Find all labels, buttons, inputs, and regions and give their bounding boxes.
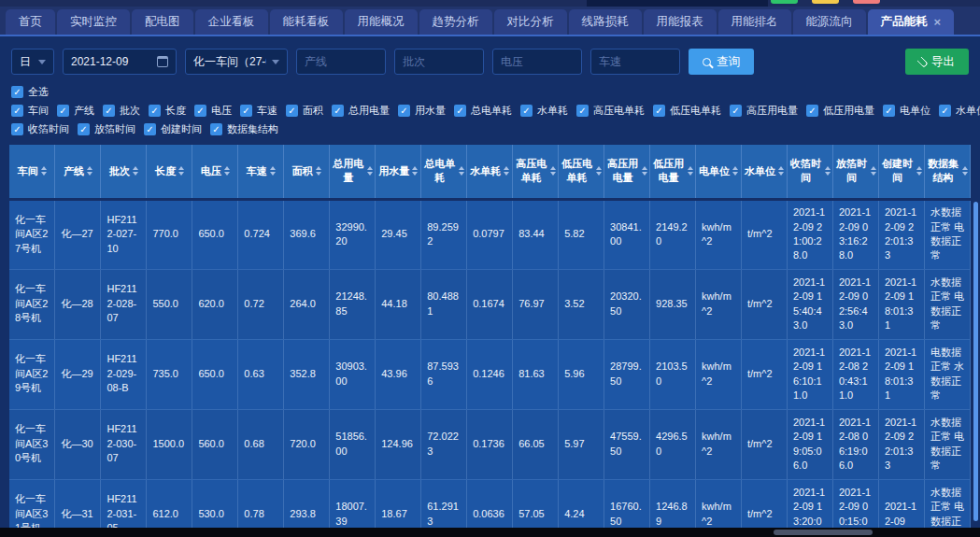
sort-icon[interactable] xyxy=(732,166,738,176)
vertical-scrollbar[interactable] xyxy=(973,202,978,521)
tab-用能概况[interactable]: 用能概况 xyxy=(345,9,418,35)
sort-icon[interactable] xyxy=(87,166,92,176)
checkbox-产线[interactable]: ✓产线 xyxy=(57,104,94,118)
checkbox-select-all[interactable]: ✓ 全选 xyxy=(11,85,49,99)
column-header-产线[interactable]: 产线 xyxy=(55,145,101,199)
column-header-用水量[interactable]: 用水量 xyxy=(376,145,421,199)
checkbox-电压[interactable]: ✓电压 xyxy=(194,104,232,118)
checkbox-收箔时间[interactable]: ✓收箔时间 xyxy=(11,122,69,136)
speed-input[interactable] xyxy=(599,55,672,68)
voltage-input[interactable] xyxy=(501,55,574,68)
checkbox-总电单耗[interactable]: ✓总电单耗 xyxy=(454,104,512,118)
batch-input[interactable] xyxy=(403,55,476,68)
tab-close-icon[interactable]: × xyxy=(934,16,942,28)
column-header-车速[interactable]: 车速 xyxy=(238,145,284,199)
column-header-车间[interactable]: 车间 xyxy=(9,145,55,199)
sort-icon[interactable] xyxy=(224,166,230,176)
column-header-长度[interactable]: 长度 xyxy=(147,145,192,199)
sort-desc-icon xyxy=(778,172,784,176)
checkbox-label: 收箔时间 xyxy=(28,122,69,136)
checkbox-批次[interactable]: ✓批次 xyxy=(103,104,140,118)
line-input[interactable] xyxy=(305,55,377,68)
column-header-label: 总电单耗 xyxy=(423,157,456,185)
sort-icon[interactable] xyxy=(178,166,184,176)
column-header-创建时间[interactable]: 创建时间 xyxy=(878,145,924,199)
sort-icon[interactable] xyxy=(412,166,418,176)
sort-icon[interactable] xyxy=(504,166,509,176)
sort-icon[interactable] xyxy=(642,166,647,176)
column-header-高压电单耗[interactable]: 高压电单耗 xyxy=(513,145,559,199)
sort-icon[interactable] xyxy=(916,166,922,176)
period-select[interactable]: 日 xyxy=(11,49,54,75)
sort-icon[interactable] xyxy=(550,166,556,176)
column-header-电单位[interactable]: 电单位 xyxy=(696,145,742,199)
checkbox-总用电量[interactable]: ✓总用电量 xyxy=(332,104,390,118)
checkbox-低压电单耗[interactable]: ✓低压电单耗 xyxy=(653,104,721,118)
tab-能耗看板[interactable]: 能耗看板 xyxy=(270,9,343,35)
table-cell: 2021-12-09 19:05:06.0 xyxy=(787,409,832,479)
column-header-总电单耗[interactable]: 总电单耗 xyxy=(421,145,467,199)
checkbox-高压电单耗[interactable]: ✓高压电单耗 xyxy=(576,104,645,118)
tab-用能报表[interactable]: 用能报表 xyxy=(644,9,717,35)
sort-icon[interactable] xyxy=(596,166,602,176)
column-header-低压电单耗[interactable]: 低压电单耗 xyxy=(559,145,604,199)
checkbox-数据集结构[interactable]: ✓数据集结构 xyxy=(210,122,278,136)
column-header-收箔时间[interactable]: 收箔时间 xyxy=(787,145,832,199)
checkbox-check-icon: ✓ xyxy=(520,105,533,117)
sort-icon[interactable] xyxy=(962,166,968,176)
tab-配电图[interactable]: 配电图 xyxy=(132,9,193,35)
sort-icon[interactable] xyxy=(778,166,784,176)
checkbox-面积[interactable]: ✓面积 xyxy=(286,104,323,118)
checkbox-label: 长度 xyxy=(165,104,186,118)
sort-icon[interactable] xyxy=(459,166,464,176)
table-cell: t/m^2 xyxy=(742,199,788,269)
workshop-select[interactable]: 化一车间（27-6... xyxy=(185,49,288,75)
column-header-放箔时间[interactable]: 放箔时间 xyxy=(832,145,878,199)
table-cell: 928.35 xyxy=(650,269,696,339)
tab-首页[interactable]: 首页 xyxy=(6,9,55,35)
sort-icon[interactable] xyxy=(825,166,831,176)
checkbox-水单位[interactable]: ✓水单位 xyxy=(939,104,980,118)
column-header-低压用电量[interactable]: 低压用电量 xyxy=(650,145,696,199)
checkbox-水单耗[interactable]: ✓水单耗 xyxy=(520,104,568,118)
table-cell: 81.63 xyxy=(513,339,559,409)
sort-icon[interactable] xyxy=(270,166,276,176)
column-header-批次[interactable]: 批次 xyxy=(101,145,147,199)
checkbox-用水量[interactable]: ✓用水量 xyxy=(398,104,446,118)
sort-icon[interactable] xyxy=(688,166,693,176)
horizontal-scrollbar-track[interactable] xyxy=(0,528,980,537)
column-header-数据集结构[interactable]: 数据集结构 xyxy=(924,145,970,199)
column-header-水单耗[interactable]: 水单耗 xyxy=(467,145,513,199)
checkbox-长度[interactable]: ✓长度 xyxy=(149,104,186,118)
tab-能源流向[interactable]: 能源流向 xyxy=(793,9,866,35)
checkbox-车速[interactable]: ✓车速 xyxy=(240,104,277,118)
checkbox-车间[interactable]: ✓车间 xyxy=(11,104,49,118)
horizontal-scrollbar-thumb[interactable] xyxy=(774,530,873,535)
tab-对比分析[interactable]: 对比分析 xyxy=(494,9,567,35)
column-header-面积[interactable]: 面积 xyxy=(284,145,330,199)
checkbox-放箔时间[interactable]: ✓放箔时间 xyxy=(78,122,135,136)
export-button[interactable]: 导出 xyxy=(905,49,969,75)
sort-icon[interactable] xyxy=(316,166,321,176)
sort-icon[interactable] xyxy=(871,166,876,176)
sort-icon[interactable] xyxy=(41,166,47,176)
column-header-电压[interactable]: 电压 xyxy=(192,145,238,199)
column-header-总用电量[interactable]: 总用电量 xyxy=(330,145,376,199)
sort-icon[interactable] xyxy=(133,166,138,176)
tab-实时监控[interactable]: 实时监控 xyxy=(57,9,130,35)
tab-产品能耗[interactable]: 产品能耗× xyxy=(868,9,955,35)
tab-线路损耗[interactable]: 线路损耗 xyxy=(569,9,642,35)
sort-icon[interactable] xyxy=(367,166,373,176)
tab-企业看板[interactable]: 企业看板 xyxy=(195,9,268,35)
sort-asc-icon xyxy=(778,166,784,170)
checkbox-电单位[interactable]: ✓电单位 xyxy=(883,104,930,118)
date-picker[interactable]: 2021-12-09 xyxy=(63,49,177,75)
checkbox-高压用电量[interactable]: ✓高压用电量 xyxy=(730,104,798,118)
tab-趋势分析[interactable]: 趋势分析 xyxy=(419,9,492,35)
tab-用能排名[interactable]: 用能排名 xyxy=(718,9,791,35)
checkbox-创建时间[interactable]: ✓创建时间 xyxy=(144,122,202,136)
checkbox-低压用电量[interactable]: ✓低压用电量 xyxy=(806,104,874,118)
query-button[interactable]: 查询 xyxy=(689,49,754,75)
column-header-水单位[interactable]: 水单位 xyxy=(742,145,788,199)
column-header-高压用电量[interactable]: 高压用电量 xyxy=(604,145,650,199)
